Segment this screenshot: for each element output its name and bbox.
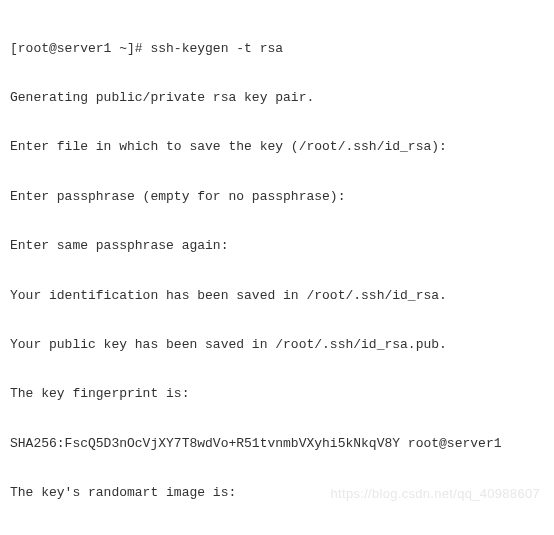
- terminal-line: Enter passphrase (empty for no passphras…: [10, 185, 544, 210]
- terminal-line: The key fingerprint is:: [10, 382, 544, 407]
- terminal-line: Enter same passphrase again:: [10, 234, 544, 259]
- terminal-output: [root@server1 ~]# ssh-keygen -t rsa Gene…: [10, 12, 544, 535]
- terminal-line: Your identification has been saved in /r…: [10, 284, 544, 309]
- terminal-line: [root@server1 ~]# ssh-keygen -t rsa: [10, 37, 544, 62]
- terminal-line: The key's randomart image is:: [10, 481, 544, 506]
- terminal-line: SHA256:FscQ5D3nOcVjXY7T8wdVo+R51tvnmbVXy…: [10, 432, 544, 457]
- terminal-line: +---[RSA 2048]----+: [10, 530, 544, 535]
- terminal-line: Generating public/private rsa key pair.: [10, 86, 544, 111]
- terminal-line: Your public key has been saved in /root/…: [10, 333, 544, 358]
- terminal-line: Enter file in which to save the key (/ro…: [10, 135, 544, 160]
